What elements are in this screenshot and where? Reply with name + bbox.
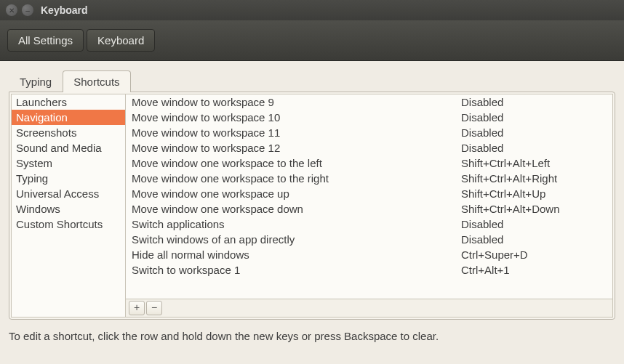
shortcuts-panel: LaunchersNavigationScreenshotsSound and … [9,92,615,320]
shortcut-action: Move window to workspace 11 [132,126,461,139]
category-sidebar: LaunchersNavigationScreenshotsSound and … [11,94,126,318]
shortcut-key: Shift+Ctrl+Alt+Down [461,203,607,215]
shortcut-row[interactable]: Switch windows of an app directlyDisable… [126,232,612,247]
sidebar-item-screenshots[interactable]: Screenshots [12,125,125,140]
shortcut-row[interactable]: Move window one workspace to the rightSh… [126,171,612,186]
shortcut-row[interactable]: Move window to workspace 12Disabled [126,140,612,155]
remove-shortcut-button[interactable]: − [146,301,162,315]
shortcut-key: Disabled [461,126,607,139]
tab-typing[interactable]: Typing [9,70,63,92]
shortcut-key: Disabled [461,142,607,154]
shortcut-action: Move window to workspace 10 [132,111,461,124]
shortcut-list: Move window to workspace 9DisabledMove w… [126,94,613,299]
hint-text: To edit a shortcut, click the row and ho… [0,320,624,352]
shortcut-row[interactable]: Move window one workspace downShift+Ctrl… [126,201,612,217]
window-title: Keyboard [41,4,88,16]
shortcut-action: Move window one workspace to the left [132,157,461,169]
shortcut-action: Hide all normal windows [132,248,461,261]
sidebar-item-universal-access[interactable]: Universal Access [12,186,125,201]
shortcut-row[interactable]: Move window to workspace 10Disabled [126,110,612,125]
shortcut-key: Ctrl+Alt+1 [461,264,607,276]
tab-bar: Typing Shortcuts [9,70,615,92]
sidebar-item-typing[interactable]: Typing [12,171,125,186]
shortcut-row[interactable]: Switch to workspace 1Ctrl+Alt+1 [126,262,612,278]
shortcut-action: Move window one workspace up [132,187,461,200]
shortcut-row[interactable]: Switch applicationsDisabled [126,217,612,232]
sidebar-item-sound-and-media[interactable]: Sound and Media [12,140,125,155]
shortcut-action: Switch windows of an app directly [132,233,461,246]
shortcut-key: Shift+Ctrl+Alt+Right [461,172,607,185]
shortcut-row[interactable]: Hide all normal windowsCtrl+Super+D [126,247,612,262]
keyboard-button[interactable]: Keyboard [87,29,155,52]
shortcut-key: Disabled [461,111,607,124]
shortcut-key: Ctrl+Super+D [461,248,607,261]
shortcut-action: Move window to workspace 12 [132,142,461,154]
shortcut-key: Shift+Ctrl+Alt+Left [461,157,607,169]
shortcut-row[interactable]: Move window to workspace 11Disabled [126,125,612,140]
shortcut-action: Move window to workspace 9 [132,96,461,108]
content-area: Typing Shortcuts LaunchersNavigationScre… [0,61,624,320]
sidebar-item-navigation[interactable]: Navigation [12,110,125,125]
shortcut-button-bar: + − [126,299,613,318]
tab-shortcuts[interactable]: Shortcuts [63,70,130,92]
shortcut-action: Switch to workspace 1 [132,264,461,276]
shortcut-row[interactable]: Move window one workspace upShift+Ctrl+A… [126,186,612,201]
shortcut-row[interactable]: Move window one workspace to the leftShi… [126,155,612,171]
sidebar-item-system[interactable]: System [12,155,125,171]
shortcut-row[interactable]: Move window to workspace 9Disabled [126,94,612,110]
sidebar-item-launchers[interactable]: Launchers [12,94,125,110]
shortcut-key: Disabled [461,218,607,230]
titlebar: ✕ – Keyboard [0,0,624,20]
shortcut-action: Move window one workspace to the right [132,172,461,185]
toolbar: All Settings Keyboard [0,20,624,61]
shortcut-action: Switch applications [132,218,461,230]
shortcut-key: Disabled [461,96,607,108]
add-shortcut-button[interactable]: + [129,301,145,315]
shortcuts-main: Move window to workspace 9DisabledMove w… [126,94,613,318]
minimize-icon[interactable]: – [22,4,33,16]
shortcut-action: Move window one workspace down [132,203,461,215]
shortcut-key: Disabled [461,233,607,246]
sidebar-item-custom-shortcuts[interactable]: Custom Shortcuts [12,217,125,232]
close-icon[interactable]: ✕ [6,4,17,16]
shortcut-key: Shift+Ctrl+Alt+Up [461,187,607,200]
sidebar-item-windows[interactable]: Windows [12,201,125,217]
all-settings-button[interactable]: All Settings [7,29,84,52]
